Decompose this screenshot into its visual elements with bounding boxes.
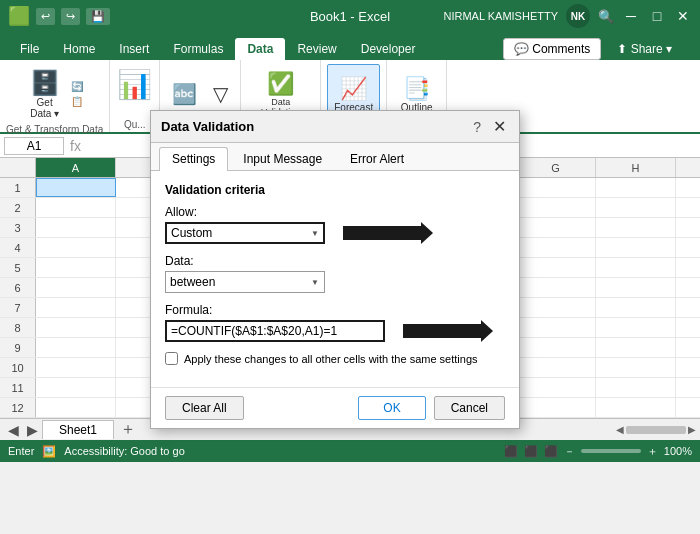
sort-az-icon: 🔤 xyxy=(172,82,197,106)
filter-icon: ▽ xyxy=(213,82,228,106)
zoom-out-icon[interactable]: － xyxy=(564,444,575,459)
ribbon-right-area: 💬 Comments ⬆ Share ▾ xyxy=(503,38,692,60)
tab-developer[interactable]: Developer xyxy=(349,38,428,60)
refresh-icon: 🔄 xyxy=(71,81,83,92)
excel-logo-icon: 🟩 xyxy=(8,5,30,27)
tab-insert[interactable]: Insert xyxy=(107,38,161,60)
get-transform-icons: 🗄️ Get Data ▾ 🔄 📋 xyxy=(24,64,86,124)
ribbon-tabs: File Home Insert Formulas Data Review De… xyxy=(0,32,700,60)
maximize-icon[interactable]: □ xyxy=(648,8,666,24)
share-button[interactable]: ⬆ Share ▾ xyxy=(607,39,682,59)
allow-arrow-indicator xyxy=(343,226,423,240)
cell-a1[interactable] xyxy=(36,178,116,197)
sheet-nav-right[interactable]: ▶ xyxy=(23,422,42,438)
allow-select[interactable]: Custom xyxy=(165,222,325,244)
status-mode: Enter xyxy=(8,445,34,457)
minimize-icon[interactable]: ─ xyxy=(622,8,640,24)
allow-field-row: Allow: Custom xyxy=(165,205,505,244)
title-bar-right: NIRMAL KAMISHETTY NK 🔍 ─ □ ✕ xyxy=(444,4,693,28)
properties-button[interactable]: 📋 xyxy=(68,95,86,108)
view-page-icon[interactable]: ⬛ xyxy=(544,445,558,458)
col-header-i[interactable]: I xyxy=(676,158,700,177)
forecast-icon: 📈 xyxy=(340,76,367,102)
allow-row: Custom xyxy=(165,222,505,244)
scroll-left-button[interactable]: ◀ xyxy=(616,424,624,435)
clear-all-button[interactable]: Clear All xyxy=(165,396,244,420)
status-right: ⬛ ⬛ ⬛ － ＋ 100% xyxy=(504,444,692,459)
add-sheet-button[interactable]: ＋ xyxy=(120,419,136,440)
h-scroll-thumb[interactable] xyxy=(626,426,686,434)
col-header-a[interactable]: A xyxy=(36,158,116,177)
data-validation-dialog: Data Validation ? ✕ Settings Input Messa… xyxy=(150,110,520,429)
horizontal-scrollbar[interactable]: ◀ ▶ xyxy=(616,424,696,435)
refresh-all-button[interactable]: 🔄 xyxy=(68,80,86,93)
allow-label: Allow: xyxy=(165,205,505,219)
name-box[interactable] xyxy=(4,137,64,155)
redo-button[interactable]: ↪ xyxy=(61,8,80,25)
queries-icon-area: 📊 xyxy=(117,68,152,101)
formula-bar-separator: fx xyxy=(70,138,81,154)
data-select-wrapper: between xyxy=(165,271,325,293)
title-bar-left: 🟩 ↩ ↪ 💾 xyxy=(8,5,110,27)
dialog-tabs: Settings Input Message Error Alert xyxy=(151,143,519,171)
col-header-g[interactable]: G xyxy=(516,158,596,177)
apply-checkbox-label: Apply these changes to all other cells w… xyxy=(184,353,478,365)
dialog-tab-error-alert[interactable]: Error Alert xyxy=(337,147,417,170)
sheet-tab-sheet1[interactable]: Sheet1 xyxy=(42,420,114,439)
user-badge[interactable]: NK xyxy=(566,4,590,28)
dialog-title: Data Validation xyxy=(161,119,254,134)
dialog-close-button[interactable]: ✕ xyxy=(489,117,509,136)
cancel-button[interactable]: Cancel xyxy=(434,396,505,420)
data-validation-icon: ✅ xyxy=(267,71,294,97)
accessibility-status: Accessibility: Good to go xyxy=(64,445,184,457)
status-icon: 🖼️ xyxy=(42,445,56,458)
dialog-tab-settings[interactable]: Settings xyxy=(159,147,228,171)
col-header-h[interactable]: H xyxy=(596,158,676,177)
formula-label: Formula: xyxy=(165,303,505,317)
tab-data[interactable]: Data xyxy=(235,38,285,60)
user-name: NIRMAL KAMISHETTY xyxy=(444,10,559,22)
dialog-help-button[interactable]: ? xyxy=(473,119,481,135)
ok-button[interactable]: OK xyxy=(358,396,425,420)
queries-label: Qu... xyxy=(116,119,153,130)
data-label: Data: xyxy=(165,254,505,268)
apply-checkbox[interactable] xyxy=(165,352,178,365)
formula-arrow-indicator xyxy=(403,324,483,338)
zoom-slider[interactable] xyxy=(581,449,641,453)
data-select[interactable]: between xyxy=(165,271,325,293)
ribbon-section-get-transform: 🗄️ Get Data ▾ 🔄 📋 Get & Transform Data xyxy=(0,60,110,132)
allow-select-wrapper: Custom xyxy=(165,222,325,244)
dialog-body: Validation criteria Allow: Custom Data: … xyxy=(151,171,519,387)
save-button[interactable]: 💾 xyxy=(86,8,110,25)
view-layout-icon[interactable]: ⬛ xyxy=(524,445,538,458)
undo-button[interactable]: ↩ xyxy=(36,8,55,25)
tab-home[interactable]: Home xyxy=(51,38,107,60)
zoom-in-icon[interactable]: ＋ xyxy=(647,444,658,459)
tab-review[interactable]: Review xyxy=(285,38,348,60)
dialog-footer: Clear All OK Cancel xyxy=(151,387,519,428)
apply-checkbox-row: Apply these changes to all other cells w… xyxy=(165,352,505,365)
status-bar: Enter 🖼️ Accessibility: Good to go ⬛ ⬛ ⬛… xyxy=(0,440,700,462)
status-left: Enter 🖼️ Accessibility: Good to go xyxy=(8,445,185,458)
dialog-action-buttons: OK Cancel xyxy=(358,396,505,420)
dialog-controls: ? ✕ xyxy=(473,117,509,136)
zoom-level: 100% xyxy=(664,445,692,457)
validation-criteria-label: Validation criteria xyxy=(165,183,505,197)
dialog-tab-input-message[interactable]: Input Message xyxy=(230,147,335,170)
tab-formulas[interactable]: Formulas xyxy=(161,38,235,60)
sheet-nav-left[interactable]: ◀ xyxy=(4,422,23,438)
data-field-row: Data: between xyxy=(165,254,505,293)
search-icon[interactable]: 🔍 xyxy=(598,9,614,24)
tab-file[interactable]: File xyxy=(8,38,51,60)
title-bar: 🟩 ↩ ↪ 💾 Book1 - Excel NIRMAL KAMISHETTY … xyxy=(0,0,700,32)
comments-button[interactable]: 💬 Comments xyxy=(503,38,601,60)
formula-row xyxy=(165,320,505,342)
app-title: Book1 - Excel xyxy=(310,9,390,24)
outline-icon: 📑 xyxy=(403,76,430,102)
view-normal-icon[interactable]: ⬛ xyxy=(504,445,518,458)
get-data-icon: 🗄️ xyxy=(30,69,60,97)
get-data-button[interactable]: 🗄️ Get Data ▾ xyxy=(24,64,66,124)
formula-input-field[interactable] xyxy=(165,320,385,342)
scroll-right-button[interactable]: ▶ xyxy=(688,424,696,435)
close-icon[interactable]: ✕ xyxy=(674,8,692,24)
